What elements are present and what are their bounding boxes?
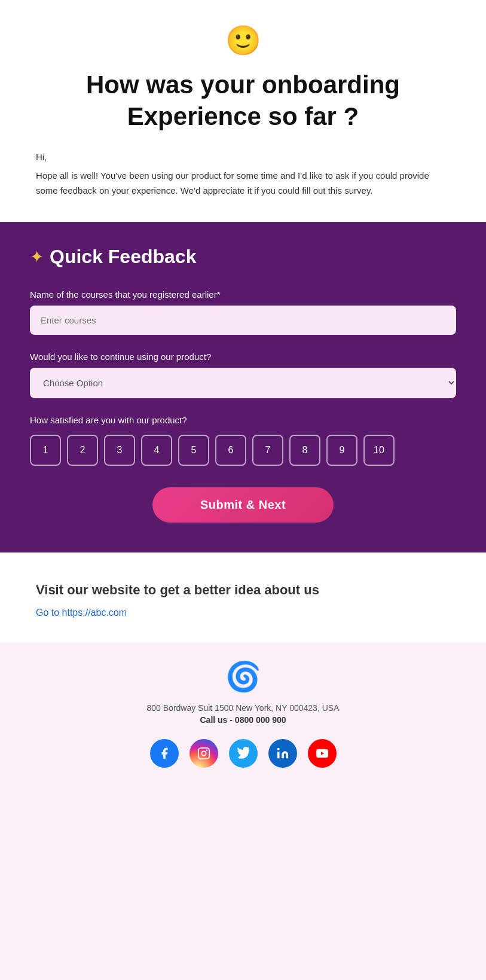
satisfaction-label: How satisfied are you with our product? bbox=[30, 415, 456, 425]
rating-btn-9[interactable]: 9 bbox=[326, 435, 357, 466]
submit-btn-wrapper: Submit & Next bbox=[30, 487, 456, 523]
footer-address: 800 Bordway Suit 1500 New York, NY 00042… bbox=[36, 703, 450, 713]
product-group: Would you like to continue using our pro… bbox=[30, 352, 456, 398]
feedback-section: ✦ Quick Feedback Name of the courses tha… bbox=[0, 222, 486, 552]
main-title: How was your onboarding Experience so fa… bbox=[36, 69, 450, 132]
rating-btn-2[interactable]: 2 bbox=[67, 435, 98, 466]
rating-btn-7[interactable]: 7 bbox=[252, 435, 283, 466]
visit-title: Visit our website to get a better idea a… bbox=[36, 582, 450, 598]
top-section: 🙂 How was your onboarding Experience so … bbox=[0, 0, 486, 222]
twitter-icon[interactable] bbox=[229, 739, 258, 768]
instagram-icon[interactable] bbox=[189, 739, 218, 768]
product-label: Would you like to continue using our pro… bbox=[30, 352, 456, 362]
footer-section: Visit our website to get a better idea a… bbox=[0, 552, 486, 642]
rating-btn-1[interactable]: 1 bbox=[30, 435, 61, 466]
youtube-icon[interactable] bbox=[308, 739, 337, 768]
greeting-body: Hope all is well! You've been using our … bbox=[36, 169, 450, 199]
social-icons-row bbox=[36, 739, 450, 768]
course-group: Name of the courses that you registered … bbox=[30, 289, 456, 335]
facebook-icon[interactable] bbox=[150, 739, 179, 768]
continue-product-select[interactable]: Choose Option Yes No Maybe bbox=[30, 368, 456, 398]
footer-logo-icon: 🌀 bbox=[36, 660, 450, 694]
svg-point-3 bbox=[277, 748, 279, 750]
website-link[interactable]: Go to https://abc.com bbox=[36, 607, 127, 618]
page-wrapper: 🙂 How was your onboarding Experience so … bbox=[0, 0, 486, 792]
rating-btn-8[interactable]: 8 bbox=[289, 435, 320, 466]
rating-btn-10[interactable]: 10 bbox=[363, 435, 395, 466]
rating-btn-3[interactable]: 3 bbox=[104, 435, 135, 466]
rating-row: 1 2 3 4 5 6 7 8 9 10 bbox=[30, 435, 456, 466]
bottom-footer: 🌀 800 Bordway Suit 1500 New York, NY 000… bbox=[0, 642, 486, 792]
feedback-header: ✦ Quick Feedback bbox=[30, 246, 456, 268]
course-input[interactable] bbox=[30, 306, 456, 335]
svg-point-2 bbox=[206, 750, 207, 752]
satisfaction-group: How satisfied are you with our product? … bbox=[30, 415, 456, 466]
submit-next-button[interactable]: Submit & Next bbox=[152, 487, 334, 523]
footer-phone: Call us - 0800 000 900 bbox=[36, 715, 450, 725]
course-label: Name of the courses that you registered … bbox=[30, 289, 456, 300]
greeting-text: Hi, Hope all is well! You've been using … bbox=[36, 150, 450, 198]
greeting-hi: Hi, bbox=[36, 150, 450, 165]
feedback-title: Quick Feedback bbox=[50, 246, 196, 268]
sparkle-icon: ✦ bbox=[30, 247, 44, 267]
svg-point-1 bbox=[201, 752, 206, 756]
rating-btn-6[interactable]: 6 bbox=[215, 435, 246, 466]
svg-rect-0 bbox=[198, 748, 209, 759]
rating-btn-5[interactable]: 5 bbox=[178, 435, 209, 466]
linkedin-icon[interactable] bbox=[268, 739, 297, 768]
smiley-emoji: 🙂 bbox=[36, 24, 450, 57]
rating-btn-4[interactable]: 4 bbox=[141, 435, 172, 466]
